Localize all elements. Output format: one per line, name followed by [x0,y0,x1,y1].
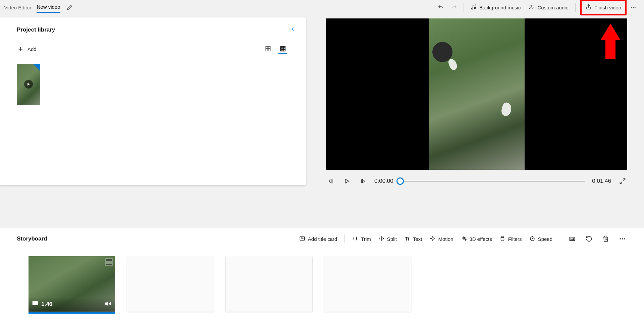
finish-video-label: Finish video [594,5,621,10]
prev-frame-button[interactable] [326,176,335,186]
separator [464,3,464,12]
total-time: 0:01.46 [592,178,611,184]
storyboard-title: Storyboard [17,235,47,242]
undo-button[interactable] [434,1,447,14]
svg-rect-13 [280,48,282,49]
split-button[interactable]: Split [378,235,397,243]
svg-rect-6 [266,46,268,48]
background-music-label: Background music [479,5,521,10]
grid-large-view-button[interactable] [264,44,272,54]
play-button[interactable] [342,176,352,186]
add-title-card-label: Add title card [308,236,337,242]
svg-marker-20 [329,179,331,183]
background-music-button[interactable]: Background music [467,1,525,14]
svg-rect-15 [284,48,285,49]
current-time: 0:00.00 [374,178,393,184]
separator [344,234,345,243]
fullscreen-button[interactable] [618,176,627,186]
text-icon [404,235,410,243]
svg-point-3 [631,7,632,8]
storyboard-section: Storyboard Add title card Trim Split Tex… [0,228,644,318]
svg-point-5 [635,7,636,8]
filters-button[interactable]: Filters [499,235,522,243]
play-overlay-icon [24,80,33,89]
add-media-button[interactable]: ＋ Add [17,45,37,53]
top-toolbar: Video Editor New video Background music … [0,0,644,15]
svg-rect-16 [280,50,282,51]
3d-effects-button[interactable]: 3D effects [461,235,492,243]
seek-thumb[interactable] [396,177,404,185]
svg-rect-18 [284,50,285,51]
library-clip-thumbnail[interactable] [17,64,40,105]
filters-label: Filters [508,236,522,242]
speed-icon [529,235,535,243]
svg-rect-11 [282,46,284,48]
person-audio-icon [529,4,535,11]
trim-label: Trim [361,236,371,242]
add-title-card-button[interactable]: Add title card [299,235,337,243]
storyboard-empty-slot[interactable] [324,256,411,312]
svg-point-2 [530,5,532,7]
svg-point-0 [471,8,473,9]
svg-rect-7 [268,46,270,48]
3d-effects-label: 3D effects [470,236,492,242]
letterbox-badge-icon [105,258,113,266]
motion-label: Motion [438,236,453,242]
filters-icon [499,235,505,243]
motion-button[interactable]: Motion [429,235,453,243]
trim-icon [352,235,358,243]
storyboard-more-button[interactable] [618,234,627,244]
seek-slider[interactable] [400,177,586,185]
aspect-ratio-button[interactable] [568,234,577,244]
music-note-icon [471,4,477,11]
filmstrip-icon [32,300,39,308]
rotate-button[interactable] [584,234,594,244]
custom-audio-button[interactable]: Custom audio [525,1,573,14]
collapse-library-button[interactable] [290,26,296,34]
preview-column: 0:00.00 0:01.46 [306,17,644,186]
svg-line-26 [620,182,622,184]
preview-content [429,18,525,170]
clip-volume-button[interactable] [105,300,112,308]
grid-small-view-button[interactable] [278,44,287,54]
video-corner-badge [33,64,40,71]
breadcrumb-current[interactable]: New video [37,4,60,13]
svg-rect-34 [501,236,504,241]
split-icon [378,235,384,243]
rename-button[interactable] [66,4,72,10]
svg-line-25 [623,179,625,181]
text-label: Text [413,236,422,242]
svg-marker-45 [106,302,108,306]
video-preview[interactable] [326,18,627,170]
svg-rect-37 [570,237,575,241]
svg-rect-38 [571,238,574,240]
separator [575,3,576,12]
motion-icon [429,235,435,243]
svg-point-1 [474,7,476,9]
storyboard-clip[interactable]: 1.46 [29,256,115,312]
svg-rect-17 [282,50,284,51]
breadcrumb-root[interactable]: Video Editor [4,5,31,10]
preview-controls: 0:00.00 0:01.46 [326,176,627,186]
svg-point-4 [633,7,634,8]
clip-duration[interactable]: 1.46 [32,300,52,308]
more-button[interactable] [627,1,640,14]
custom-audio-label: Custom audio [537,5,569,10]
main-area: Project library ＋ Add [0,15,644,186]
next-frame-button[interactable] [358,176,368,186]
storyboard-empty-slot[interactable] [226,256,312,312]
svg-point-41 [624,238,625,239]
delete-button[interactable] [601,234,610,244]
view-toggle-group [264,44,287,54]
text-button[interactable]: Text [404,235,422,243]
trim-button[interactable]: Trim [352,235,371,243]
svg-point-40 [622,238,623,239]
finish-video-button[interactable]: Finish video [582,1,625,14]
redo-button[interactable] [447,1,461,14]
svg-marker-19 [28,83,30,86]
project-library-title: Project library [17,26,55,33]
svg-point-39 [620,238,621,239]
sparkle-icon [461,235,467,243]
storyboard-empty-slot[interactable] [127,256,214,312]
speed-button[interactable]: Speed [529,235,552,243]
